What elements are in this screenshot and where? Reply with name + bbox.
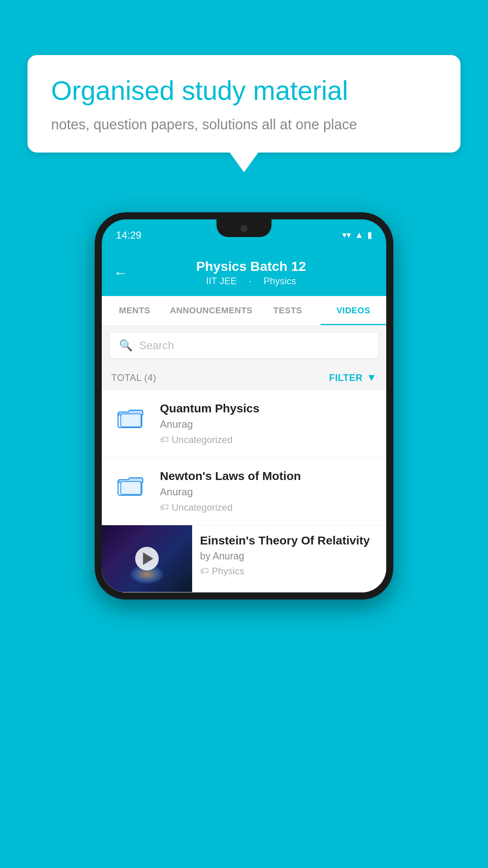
tab-announcements[interactable]: ANNOUNCEMENTS <box>167 296 255 325</box>
speech-bubble: Organised study material notes, question… <box>28 55 460 153</box>
phone-notch <box>216 219 272 237</box>
total-count: TOTAL (4) <box>111 372 156 383</box>
phone-mockup: 14:29 ▾▾ ▲ ▮ ← Physics Batch 12 IIT JEE … <box>95 212 393 600</box>
tab-bar: MENTS ANNOUNCEMENTS TESTS VIDEOS <box>102 296 386 326</box>
header-title: Physics Batch 12 <box>128 259 374 274</box>
filter-button[interactable]: FILTER ▼ <box>329 371 377 384</box>
header-subtitle: IIT JEE · Physics <box>128 276 374 287</box>
speech-bubble-container: Organised study material notes, question… <box>28 55 460 153</box>
tag-label-quantum: Uncategorized <box>172 434 233 445</box>
back-button[interactable]: ← <box>114 265 128 281</box>
video-info-quantum: Quantum Physics Anurag 🏷 Uncategorized <box>160 402 377 445</box>
tag-label-newton: Uncategorized <box>172 502 233 513</box>
search-placeholder: Search <box>139 339 174 352</box>
svg-rect-1 <box>121 414 141 427</box>
svg-rect-3 <box>121 482 141 495</box>
video-title-quantum: Quantum Physics <box>160 402 377 415</box>
video-tag-quantum: 🏷 Uncategorized <box>160 434 377 445</box>
subtitle-physics: Physics <box>264 276 296 286</box>
tag-icon-einstein: 🏷 <box>200 566 209 576</box>
folder-thumb-newton <box>111 469 150 498</box>
folder-thumb-quantum <box>111 402 150 431</box>
video-tag-einstein: 🏷 Physics <box>200 566 378 577</box>
tab-ments[interactable]: MENTS <box>102 296 167 325</box>
signal-icon: ▲ <box>355 230 363 240</box>
tab-tests[interactable]: TESTS <box>255 296 321 325</box>
video-author-quantum: Anurag <box>160 418 377 430</box>
video-item-quantum[interactable]: Quantum Physics Anurag 🏷 Uncategorized <box>102 390 386 458</box>
tag-label-einstein: Physics <box>212 566 244 577</box>
video-info-newton: Newton's Laws of Motion Anurag 🏷 Uncateg… <box>160 469 377 513</box>
speech-bubble-subtext: notes, question papers, solutions all at… <box>51 116 437 133</box>
filter-bar: TOTAL (4) FILTER ▼ <box>102 365 386 390</box>
video-tag-newton: 🏷 Uncategorized <box>160 502 377 513</box>
speech-bubble-heading: Organised study material <box>51 75 437 107</box>
video-title-newton: Newton's Laws of Motion <box>160 469 377 483</box>
phone-body: 14:29 ▾▾ ▲ ▮ ← Physics Batch 12 IIT JEE … <box>95 212 393 600</box>
battery-icon: ▮ <box>367 230 372 240</box>
einstein-thumbnail <box>102 525 192 592</box>
filter-icon: ▼ <box>367 371 377 384</box>
tag-icon: 🏷 <box>160 435 169 445</box>
filter-label: FILTER <box>329 372 363 383</box>
camera <box>240 225 248 232</box>
status-icons: ▾▾ ▲ ▮ <box>342 230 372 240</box>
play-icon <box>143 552 153 565</box>
video-title-einstein: Einstein's Theory Of Relativity <box>200 534 378 547</box>
status-time: 14:29 <box>116 229 141 241</box>
wifi-icon: ▾▾ <box>342 230 351 240</box>
app-header: ← Physics Batch 12 IIT JEE · Physics <box>102 251 386 296</box>
video-item-einstein[interactable]: Einstein's Theory Of Relativity by Anura… <box>102 525 386 592</box>
search-container: 🔍 Search <box>102 326 386 365</box>
einstein-info: Einstein's Theory Of Relativity by Anura… <box>192 525 386 585</box>
video-author-newton: Anurag <box>160 486 377 498</box>
search-icon: 🔍 <box>119 339 133 352</box>
video-author-einstein: by Anurag <box>200 550 378 562</box>
folder-icon <box>117 403 145 431</box>
video-item-newton[interactable]: Newton's Laws of Motion Anurag 🏷 Uncateg… <box>102 458 386 525</box>
tab-videos[interactable]: VIDEOS <box>321 296 386 325</box>
search-box[interactable]: 🔍 Search <box>110 333 378 358</box>
tag-icon-newton: 🏷 <box>160 502 169 513</box>
video-list: Quantum Physics Anurag 🏷 Uncategorized <box>102 390 386 592</box>
status-bar: 14:29 ▾▾ ▲ ▮ <box>102 219 386 251</box>
folder-icon-newton <box>117 471 145 498</box>
app-screen: ← Physics Batch 12 IIT JEE · Physics MEN… <box>102 251 386 592</box>
header-title-block: Physics Batch 12 IIT JEE · Physics <box>128 259 374 287</box>
subtitle-iitjee: IIT JEE <box>206 276 237 286</box>
play-button[interactable] <box>135 547 159 570</box>
